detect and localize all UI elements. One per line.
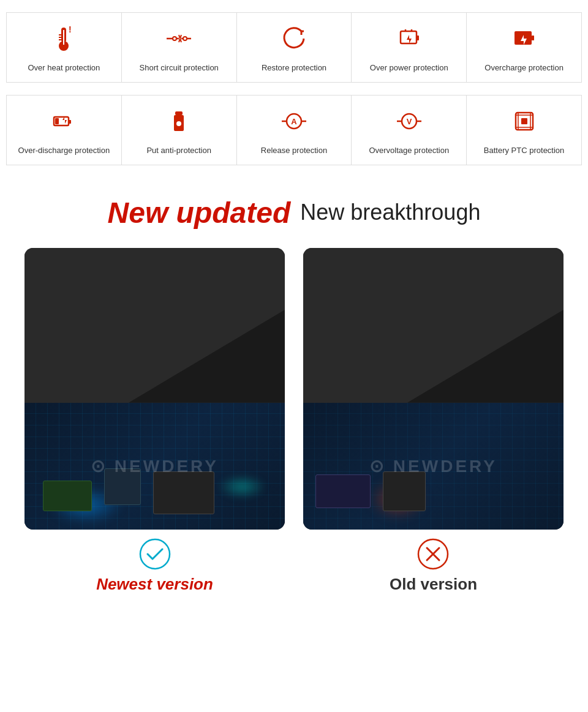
chip-old-2 — [383, 471, 426, 511]
newest-device-mockup: ⊙ NEWDERY — [24, 248, 285, 530]
watermark-new: ⊙ NEWDERY — [91, 456, 219, 476]
chip-new-3 — [153, 471, 214, 514]
protection-row-2: Over-discharge protection Put anti-prote… — [6, 95, 582, 165]
device-top-old — [303, 248, 564, 403]
put-anti-icon — [164, 107, 194, 140]
new-updated-section: New updated New breakthrough — [0, 178, 588, 236]
old-version-label: Old version — [390, 575, 477, 594]
device-bottom-new: ⊙ NEWDERY — [24, 403, 285, 530]
overcharge-label: Overcharge protection — [484, 63, 564, 73]
newest-version-indicator: Newest version — [96, 538, 213, 594]
new-updated-title-group: New updated New breakthrough — [108, 196, 481, 230]
new-updated-red-text: New updated — [108, 196, 291, 230]
svg-rect-20 — [532, 36, 534, 40]
chip-old-1 — [315, 474, 371, 508]
release-label: Release protection — [261, 146, 327, 156]
newest-version-item: ⊙ NEWDERY Newest version — [24, 248, 285, 594]
short-circuit-icon — [164, 24, 194, 57]
protection-cell-release: A Release protection — [237, 96, 352, 165]
svg-point-41 — [140, 539, 170, 569]
put-anti-label: Put anti-protection — [146, 146, 211, 156]
protection-cell-battery-ptc: Battery PTC protection — [467, 96, 581, 165]
over-heat-label: Over heat protection — [28, 63, 100, 73]
svg-text:!: ! — [69, 24, 72, 34]
protection-cell-overvoltage: V Overvoltage protection — [352, 96, 467, 165]
svg-rect-24 — [175, 111, 183, 115]
x-circle-icon — [417, 538, 449, 570]
over-power-label: Over power protection — [370, 63, 448, 73]
device-top-new — [24, 248, 285, 403]
circuit-board-new: ⊙ NEWDERY — [24, 403, 285, 530]
svg-text:A: A — [291, 117, 297, 126]
svg-rect-23 — [55, 118, 59, 124]
protection-cell-overcharge: Overcharge protection — [467, 13, 581, 82]
svg-point-26 — [176, 121, 181, 126]
comparison-section: ⊙ NEWDERY Newest version ⊙ NEWDERY — [0, 236, 588, 600]
new-updated-black-text: New breakthrough — [300, 200, 480, 225]
svg-rect-22 — [69, 120, 71, 124]
svg-rect-16 — [417, 36, 419, 40]
restore-icon — [279, 24, 309, 57]
svg-text:V: V — [406, 117, 412, 126]
glow-teal — [217, 474, 266, 499]
old-version-indicator: Old version — [390, 538, 477, 594]
svg-point-8 — [173, 37, 176, 40]
over-discharge-label: Over-discharge protection — [18, 146, 110, 156]
over-discharge-icon — [49, 107, 78, 140]
svg-point-13 — [183, 37, 187, 40]
overcharge-icon — [510, 24, 539, 57]
newest-version-label: Newest version — [96, 575, 213, 594]
overvoltage-icon: V — [394, 107, 424, 140]
circuit-board-old: ⊙ NEWDERY — [303, 403, 564, 530]
battery-ptc-icon — [510, 107, 539, 140]
restore-label: Restore protection — [262, 63, 326, 73]
protection-cell-over-discharge: Over-discharge protection — [7, 96, 122, 165]
release-icon: A — [279, 107, 309, 140]
protection-row-1: ! Over heat protection Short circuit — [6, 12, 582, 83]
device-bottom-old: ⊙ NEWDERY — [303, 403, 564, 530]
old-version-item: ⊙ NEWDERY Old version — [303, 248, 564, 594]
protection-cell-put-anti: Put anti-protection — [122, 96, 237, 165]
over-power-icon — [394, 24, 424, 57]
thermometer-icon: ! — [49, 24, 78, 57]
svg-rect-40 — [521, 118, 527, 124]
short-circuit-label: Short circuit protection — [140, 63, 219, 73]
protection-section-row2: Over-discharge protection Put anti-prote… — [0, 95, 588, 178]
check-circle-icon — [139, 538, 171, 570]
protection-section-row1: ! Over heat protection Short circuit — [0, 0, 588, 95]
protection-cell-over-power: Over power protection — [352, 13, 467, 82]
protection-cell-restore: Restore protection — [237, 13, 352, 82]
protection-cell-short-circuit: Short circuit protection — [122, 13, 237, 82]
overvoltage-label: Overvoltage protection — [369, 146, 449, 156]
old-device-mockup: ⊙ NEWDERY — [303, 248, 564, 530]
battery-ptc-label: Battery PTC protection — [484, 146, 565, 156]
watermark-old: ⊙ NEWDERY — [369, 456, 497, 476]
protection-cell-over-heat: ! Over heat protection — [7, 13, 122, 82]
chip-new-1 — [43, 481, 92, 511]
